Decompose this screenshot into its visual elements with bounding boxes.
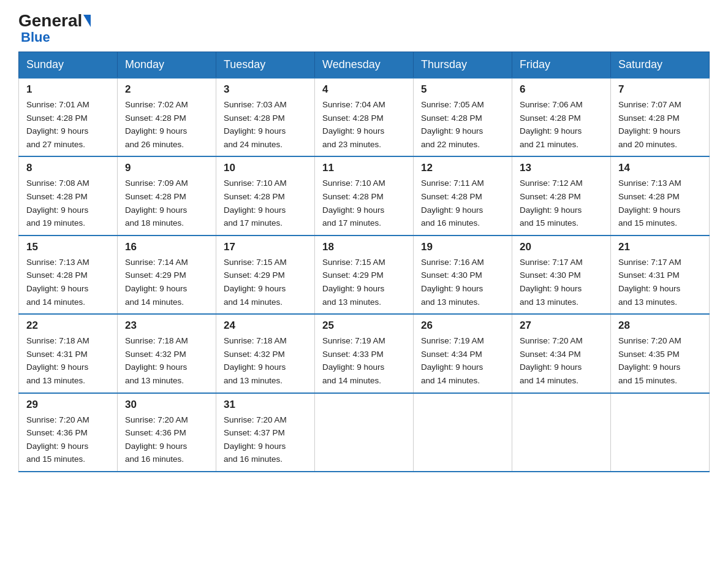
calendar-table: SundayMondayTuesdayWednesdayThursdayFrid… <box>18 52 710 472</box>
calendar-week-row: 22 Sunrise: 7:18 AMSunset: 4:31 PMDaylig… <box>19 314 710 393</box>
calendar-day-12: 12 Sunrise: 7:11 AMSunset: 4:28 PMDaylig… <box>414 156 512 235</box>
calendar-day-26: 26 Sunrise: 7:19 AMSunset: 4:34 PMDaylig… <box>414 314 512 393</box>
calendar-week-row: 8 Sunrise: 7:08 AMSunset: 4:28 PMDayligh… <box>19 156 710 235</box>
calendar-day-empty <box>611 393 710 472</box>
day-number: 18 <box>322 241 406 253</box>
day-header-friday: Friday <box>512 52 611 79</box>
calendar-day-25: 25 Sunrise: 7:19 AMSunset: 4:33 PMDaylig… <box>315 314 414 393</box>
day-info: Sunrise: 7:15 AMSunset: 4:29 PMDaylight:… <box>224 256 307 308</box>
day-info: Sunrise: 7:18 AMSunset: 4:32 PMDaylight:… <box>224 334 307 387</box>
day-header-saturday: Saturday <box>611 52 710 79</box>
calendar-day-3: 3 Sunrise: 7:03 AMSunset: 4:28 PMDayligh… <box>216 78 315 156</box>
calendar-day-21: 21 Sunrise: 7:17 AMSunset: 4:31 PMDaylig… <box>611 236 710 314</box>
day-info: Sunrise: 7:09 AMSunset: 4:28 PMDaylight:… <box>125 177 208 229</box>
day-info: Sunrise: 7:11 AMSunset: 4:28 PMDaylight:… <box>421 177 504 229</box>
day-info: Sunrise: 7:13 AMSunset: 4:28 PMDaylight:… <box>26 256 110 308</box>
day-header-tuesday: Tuesday <box>216 52 315 79</box>
logo-blue-text: Blue <box>21 29 50 45</box>
day-info: Sunrise: 7:20 AMSunset: 4:37 PMDaylight:… <box>224 413 307 466</box>
day-info: Sunrise: 7:16 AMSunset: 4:30 PMDaylight:… <box>421 256 504 308</box>
calendar-day-6: 6 Sunrise: 7:06 AMSunset: 4:28 PMDayligh… <box>512 78 611 156</box>
day-number: 20 <box>520 241 603 253</box>
day-info: Sunrise: 7:02 AMSunset: 4:28 PMDaylight:… <box>125 98 208 151</box>
calendar-day-empty <box>315 393 414 472</box>
calendar-day-5: 5 Sunrise: 7:05 AMSunset: 4:28 PMDayligh… <box>414 78 512 156</box>
day-number: 3 <box>224 83 307 96</box>
day-info: Sunrise: 7:20 AMSunset: 4:36 PMDaylight:… <box>26 413 110 466</box>
calendar-day-30: 30 Sunrise: 7:20 AMSunset: 4:36 PMDaylig… <box>118 393 216 472</box>
day-number: 31 <box>224 399 307 411</box>
day-number: 11 <box>322 162 406 174</box>
day-info: Sunrise: 7:18 AMSunset: 4:31 PMDaylight:… <box>26 334 110 387</box>
day-number: 8 <box>26 162 110 174</box>
calendar-day-29: 29 Sunrise: 7:20 AMSunset: 4:36 PMDaylig… <box>19 393 118 472</box>
logo-general-text: General <box>18 12 82 29</box>
calendar-day-9: 9 Sunrise: 7:09 AMSunset: 4:28 PMDayligh… <box>118 156 216 235</box>
calendar-day-16: 16 Sunrise: 7:14 AMSunset: 4:29 PMDaylig… <box>118 236 216 314</box>
day-number: 29 <box>26 399 110 411</box>
calendar-day-10: 10 Sunrise: 7:10 AMSunset: 4:28 PMDaylig… <box>216 156 315 235</box>
page-header: General Blue <box>18 12 710 45</box>
day-header-wednesday: Wednesday <box>315 52 414 79</box>
day-number: 15 <box>26 241 110 253</box>
calendar-day-23: 23 Sunrise: 7:18 AMSunset: 4:32 PMDaylig… <box>118 314 216 393</box>
calendar-day-14: 14 Sunrise: 7:13 AMSunset: 4:28 PMDaylig… <box>611 156 710 235</box>
calendar-day-20: 20 Sunrise: 7:17 AMSunset: 4:30 PMDaylig… <box>512 236 611 314</box>
day-number: 5 <box>421 83 504 96</box>
calendar-day-4: 4 Sunrise: 7:04 AMSunset: 4:28 PMDayligh… <box>315 78 414 156</box>
calendar-week-row: 1 Sunrise: 7:01 AMSunset: 4:28 PMDayligh… <box>19 78 710 156</box>
day-info: Sunrise: 7:12 AMSunset: 4:28 PMDaylight:… <box>520 177 603 229</box>
calendar-day-13: 13 Sunrise: 7:12 AMSunset: 4:28 PMDaylig… <box>512 156 611 235</box>
day-number: 1 <box>26 83 110 96</box>
day-info: Sunrise: 7:19 AMSunset: 4:34 PMDaylight:… <box>421 334 504 387</box>
day-number: 23 <box>125 320 208 332</box>
calendar-day-19: 19 Sunrise: 7:16 AMSunset: 4:30 PMDaylig… <box>414 236 512 314</box>
logo: General Blue <box>18 12 92 45</box>
day-info: Sunrise: 7:06 AMSunset: 4:28 PMDaylight:… <box>520 98 603 151</box>
day-number: 16 <box>125 241 208 253</box>
day-info: Sunrise: 7:17 AMSunset: 4:31 PMDaylight:… <box>618 256 702 308</box>
calendar-day-28: 28 Sunrise: 7:20 AMSunset: 4:35 PMDaylig… <box>611 314 710 393</box>
day-number: 6 <box>520 83 603 96</box>
day-info: Sunrise: 7:13 AMSunset: 4:28 PMDaylight:… <box>618 177 702 229</box>
day-info: Sunrise: 7:20 AMSunset: 4:36 PMDaylight:… <box>125 413 208 466</box>
day-info: Sunrise: 7:17 AMSunset: 4:30 PMDaylight:… <box>520 256 603 308</box>
day-number: 26 <box>421 320 504 332</box>
day-number: 19 <box>421 241 504 253</box>
calendar-day-18: 18 Sunrise: 7:15 AMSunset: 4:29 PMDaylig… <box>315 236 414 314</box>
day-number: 9 <box>125 162 208 174</box>
calendar-day-22: 22 Sunrise: 7:18 AMSunset: 4:31 PMDaylig… <box>19 314 118 393</box>
day-info: Sunrise: 7:18 AMSunset: 4:32 PMDaylight:… <box>125 334 208 387</box>
day-info: Sunrise: 7:10 AMSunset: 4:28 PMDaylight:… <box>322 177 406 229</box>
day-header-thursday: Thursday <box>414 52 512 79</box>
day-info: Sunrise: 7:03 AMSunset: 4:28 PMDaylight:… <box>224 98 307 151</box>
day-number: 12 <box>421 162 504 174</box>
day-number: 21 <box>618 241 702 253</box>
calendar-header-row: SundayMondayTuesdayWednesdayThursdayFrid… <box>19 52 710 79</box>
calendar-day-1: 1 Sunrise: 7:01 AMSunset: 4:28 PMDayligh… <box>19 78 118 156</box>
day-info: Sunrise: 7:01 AMSunset: 4:28 PMDaylight:… <box>26 98 110 151</box>
day-info: Sunrise: 7:14 AMSunset: 4:29 PMDaylight:… <box>125 256 208 308</box>
day-info: Sunrise: 7:05 AMSunset: 4:28 PMDaylight:… <box>421 98 504 151</box>
day-number: 14 <box>618 162 702 174</box>
calendar-week-row: 15 Sunrise: 7:13 AMSunset: 4:28 PMDaylig… <box>19 236 710 314</box>
calendar-day-empty <box>512 393 611 472</box>
calendar-day-17: 17 Sunrise: 7:15 AMSunset: 4:29 PMDaylig… <box>216 236 315 314</box>
day-number: 22 <box>26 320 110 332</box>
calendar-day-2: 2 Sunrise: 7:02 AMSunset: 4:28 PMDayligh… <box>118 78 216 156</box>
day-number: 24 <box>224 320 307 332</box>
day-info: Sunrise: 7:15 AMSunset: 4:29 PMDaylight:… <box>322 256 406 308</box>
day-header-sunday: Sunday <box>19 52 118 79</box>
calendar-day-15: 15 Sunrise: 7:13 AMSunset: 4:28 PMDaylig… <box>19 236 118 314</box>
day-number: 7 <box>618 83 702 96</box>
calendar-day-8: 8 Sunrise: 7:08 AMSunset: 4:28 PMDayligh… <box>19 156 118 235</box>
logo-triangle-icon <box>83 15 91 27</box>
day-info: Sunrise: 7:10 AMSunset: 4:28 PMDaylight:… <box>224 177 307 229</box>
day-info: Sunrise: 7:07 AMSunset: 4:28 PMDaylight:… <box>618 98 702 151</box>
day-number: 13 <box>520 162 603 174</box>
calendar-day-7: 7 Sunrise: 7:07 AMSunset: 4:28 PMDayligh… <box>611 78 710 156</box>
day-header-monday: Monday <box>118 52 216 79</box>
day-number: 10 <box>224 162 307 174</box>
day-number: 17 <box>224 241 307 253</box>
day-number: 25 <box>322 320 406 332</box>
